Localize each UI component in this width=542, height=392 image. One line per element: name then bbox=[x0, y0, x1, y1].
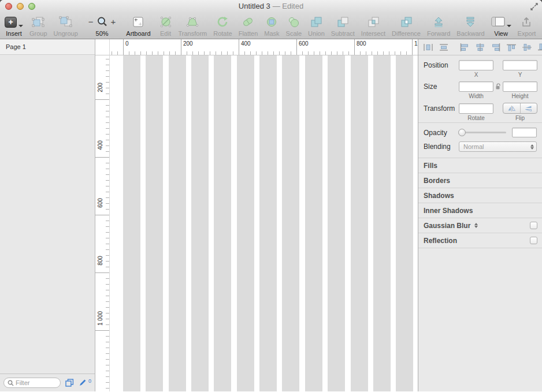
ruler-major-tick bbox=[123, 39, 124, 55]
toolbar: + Insert Group Ungroup − + 50% bbox=[0, 13, 542, 39]
section-gaussian-blur[interactable]: Gaussian Blur bbox=[418, 218, 542, 233]
height-input[interactable] bbox=[503, 81, 537, 92]
ruler-tick bbox=[106, 111, 109, 111]
transform-icon bbox=[185, 14, 199, 29]
section-inner-shadows[interactable]: Inner Shadows bbox=[418, 203, 542, 218]
width-label: Width bbox=[459, 93, 493, 99]
blending-value: Normal bbox=[463, 143, 526, 150]
edit-button[interactable]: Edit bbox=[159, 14, 172, 37]
ruler-corner bbox=[95, 39, 110, 55]
ruler-tick bbox=[192, 51, 193, 55]
ruler-tick bbox=[406, 51, 407, 55]
filter-field[interactable] bbox=[3, 378, 61, 388]
ruler-tick bbox=[106, 163, 109, 163]
union-button[interactable]: Union bbox=[308, 14, 325, 37]
opacity-slider[interactable] bbox=[459, 132, 506, 133]
geometry-section: Position XY Size WidthHeight Transform bbox=[418, 55, 542, 121]
artboard-button[interactable]: Artboard bbox=[126, 14, 150, 37]
align-bottom-button[interactable] bbox=[537, 43, 542, 51]
blending-select[interactable]: Normal bbox=[459, 141, 537, 152]
section-fills[interactable]: Fills bbox=[418, 158, 542, 173]
forward-button[interactable]: Forward bbox=[427, 14, 450, 37]
align-middle-button[interactable] bbox=[522, 43, 532, 51]
width-input[interactable] bbox=[459, 81, 493, 92]
distribute-vertically-button[interactable] bbox=[439, 43, 449, 51]
align-center-button[interactable] bbox=[475, 43, 485, 51]
insert-button[interactable]: + Insert bbox=[5, 14, 23, 37]
position-label: Position bbox=[424, 61, 459, 69]
edit-label: Edit bbox=[160, 30, 171, 37]
ruler-tick bbox=[152, 51, 153, 55]
ruler-tick bbox=[291, 51, 291, 55]
ruler-tick bbox=[227, 51, 228, 55]
layers-sidebar: Page 1 0 bbox=[0, 39, 95, 391]
rotate-input[interactable] bbox=[459, 103, 493, 114]
flatten-button[interactable]: Flatten bbox=[239, 14, 258, 37]
intersect-icon bbox=[367, 14, 380, 29]
view-label: View bbox=[494, 30, 508, 37]
ruler-tick bbox=[106, 307, 109, 308]
ungroup-button[interactable]: Ungroup bbox=[54, 14, 78, 37]
filter-input[interactable] bbox=[16, 379, 56, 386]
ruler-tick bbox=[164, 51, 164, 55]
zoom-out-button[interactable]: − bbox=[88, 16, 94, 28]
scale-icon bbox=[287, 14, 300, 29]
ruler-tick bbox=[106, 284, 109, 285]
layout-column bbox=[214, 55, 231, 391]
section-borders[interactable]: Borders bbox=[418, 173, 542, 188]
pencil-icon[interactable] bbox=[79, 379, 87, 387]
ruler-tick bbox=[106, 244, 109, 244]
magnifier-icon[interactable] bbox=[96, 16, 108, 28]
view-button[interactable]: View bbox=[491, 14, 511, 37]
layout-column bbox=[169, 55, 186, 391]
align-top-button[interactable] bbox=[506, 43, 517, 51]
mask-button[interactable]: Mask bbox=[264, 14, 279, 37]
section-shadows[interactable]: Shadows bbox=[418, 188, 542, 203]
intersect-button[interactable]: Intersect bbox=[361, 14, 385, 37]
align-right-button[interactable] bbox=[491, 43, 501, 51]
ruler-tick bbox=[106, 59, 109, 59]
zoom-in-button[interactable]: + bbox=[111, 16, 116, 28]
page-list-item[interactable]: Page 1 bbox=[0, 39, 95, 55]
lock-icon[interactable] bbox=[495, 83, 501, 90]
group-label: Group bbox=[29, 30, 47, 37]
group-button[interactable]: Group bbox=[29, 14, 47, 37]
transform-label: Transform bbox=[424, 104, 459, 113]
opacity-input[interactable] bbox=[512, 128, 537, 137]
pages-panel-icon[interactable] bbox=[65, 379, 74, 387]
flip-vertical-button[interactable] bbox=[520, 103, 537, 113]
rotate-button[interactable]: Rotate bbox=[213, 14, 232, 37]
ruler-tick bbox=[366, 51, 366, 55]
layout-column bbox=[191, 55, 209, 391]
align-left-button[interactable] bbox=[459, 43, 470, 51]
flip-label: Flip bbox=[503, 115, 537, 121]
scale-button[interactable]: Scale bbox=[286, 14, 302, 37]
ruler-tick bbox=[204, 51, 205, 55]
ruler-tick bbox=[175, 51, 176, 55]
slider-knob[interactable] bbox=[458, 129, 466, 136]
fullscreen-icon[interactable] bbox=[530, 3, 538, 10]
view-icon bbox=[491, 17, 505, 27]
transform-button[interactable]: Transform bbox=[179, 14, 207, 37]
canvas[interactable] bbox=[110, 55, 418, 391]
difference-button[interactable]: Difference bbox=[392, 14, 421, 37]
ruler-tick bbox=[389, 51, 389, 55]
ungroup-icon bbox=[58, 14, 73, 29]
gaussian-blur-checkbox[interactable] bbox=[530, 222, 537, 229]
ruler-tick bbox=[106, 140, 109, 140]
position-y-input[interactable] bbox=[503, 60, 537, 70]
subtract-button[interactable]: Subtract bbox=[331, 14, 355, 37]
ruler-label: 400 bbox=[97, 134, 103, 157]
ruler-tick bbox=[106, 197, 109, 198]
reflection-checkbox[interactable] bbox=[530, 237, 537, 244]
blur-type-stepper-icon[interactable] bbox=[474, 223, 478, 228]
section-reflection[interactable]: Reflection bbox=[418, 233, 542, 248]
backward-button[interactable]: Backward bbox=[456, 14, 484, 37]
ruler-tick bbox=[169, 51, 170, 55]
distribute-horizontally-button[interactable] bbox=[423, 43, 433, 51]
difference-label: Difference bbox=[392, 30, 421, 37]
flip-horizontal-button[interactable] bbox=[503, 103, 520, 113]
position-x-input[interactable] bbox=[459, 60, 493, 70]
export-button[interactable]: Export bbox=[518, 14, 536, 37]
ruler-tick bbox=[187, 51, 187, 55]
